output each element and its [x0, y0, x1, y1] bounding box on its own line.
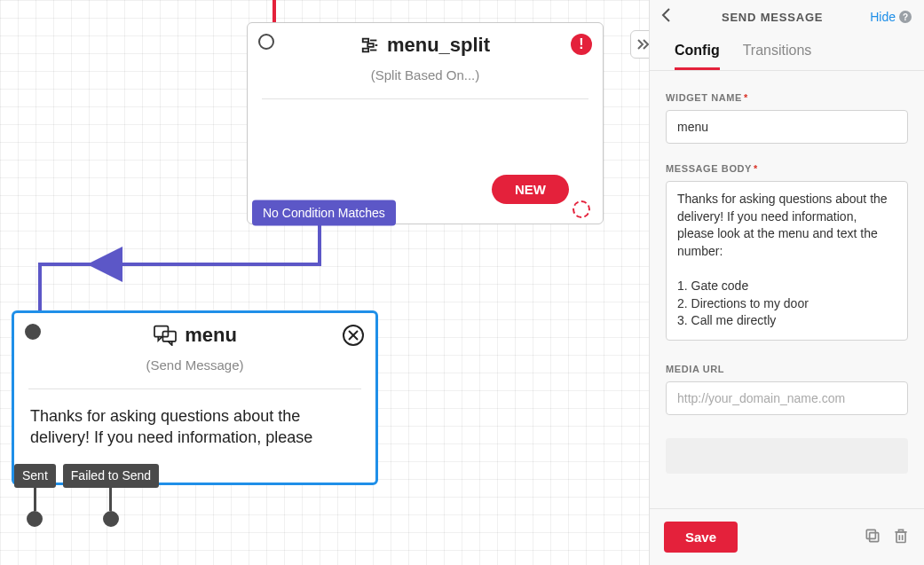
drag-handle[interactable] — [258, 34, 274, 50]
failed-port[interactable]: Failed to Send — [63, 464, 159, 527]
close-icon — [342, 324, 365, 347]
message-icon — [153, 325, 178, 346]
widget-subtitle: (Split Based On...) — [248, 60, 603, 98]
new-transition-button[interactable]: NEW — [492, 175, 569, 204]
panel-title: SEND MESSAGE — [675, 11, 870, 24]
collapsed-section[interactable] — [666, 438, 908, 474]
media-url-label: MEDIA URL — [666, 364, 908, 374]
no-condition-port[interactable]: No Condition Matches — [252, 215, 396, 240]
widget-subtitle: (Send Message) — [14, 350, 375, 388]
back-button[interactable] — [659, 7, 675, 27]
warning-icon: ! — [571, 34, 592, 55]
close-button[interactable] — [342, 324, 365, 347]
svg-rect-2 — [363, 49, 368, 52]
widget-title: menu_split — [387, 34, 490, 57]
flow-canvas[interactable]: menu_split ! (Split Based On...) No Cond… — [0, 0, 924, 565]
tab-config[interactable]: Config — [675, 43, 720, 70]
save-button[interactable]: Save — [664, 522, 738, 553]
help-icon[interactable]: ? — [899, 11, 912, 23]
message-body-label: MESSAGE BODY* — [666, 163, 908, 174]
sent-port[interactable]: Sent — [14, 464, 56, 527]
drag-handle[interactable] — [25, 324, 41, 340]
tab-transitions[interactable]: Transitions — [743, 43, 812, 70]
trash-icon — [892, 527, 910, 545]
widget-name-input[interactable] — [666, 110, 908, 144]
delete-button[interactable] — [892, 527, 910, 548]
panel-scroll-area[interactable]: WIDGET NAME* MESSAGE BODY* MEDIA URL — [650, 71, 924, 508]
chevron-left-icon — [659, 7, 675, 23]
message-body-input[interactable] — [666, 181, 908, 341]
widget-menu-split[interactable]: menu_split ! (Split Based On...) No Cond… — [247, 22, 604, 224]
svg-rect-11 — [870, 532, 879, 541]
svg-rect-13 — [896, 531, 905, 542]
duplicate-button[interactable] — [864, 527, 881, 548]
split-icon — [360, 35, 380, 55]
hide-panel-link[interactable]: Hide ? — [870, 10, 912, 24]
widget-title: menu — [185, 324, 237, 347]
media-url-input[interactable] — [666, 381, 908, 415]
widget-menu[interactable]: menu (Send Message) Thanks for asking qu… — [12, 310, 378, 485]
config-panel: SEND MESSAGE Hide ? Config Transitions W… — [649, 0, 924, 565]
new-transition-outline: NEW — [573, 200, 590, 218]
panel-tabs: Config Transitions — [650, 30, 924, 71]
svg-rect-12 — [866, 530, 875, 538]
incoming-connector — [272, 0, 276, 23]
copy-icon — [864, 527, 881, 545]
svg-rect-1 — [367, 43, 373, 47]
widget-body-preview: Thanks for asking questions about the de… — [14, 389, 375, 449]
widget-name-label: WIDGET NAME* — [666, 92, 908, 103]
svg-rect-0 — [363, 39, 368, 43]
